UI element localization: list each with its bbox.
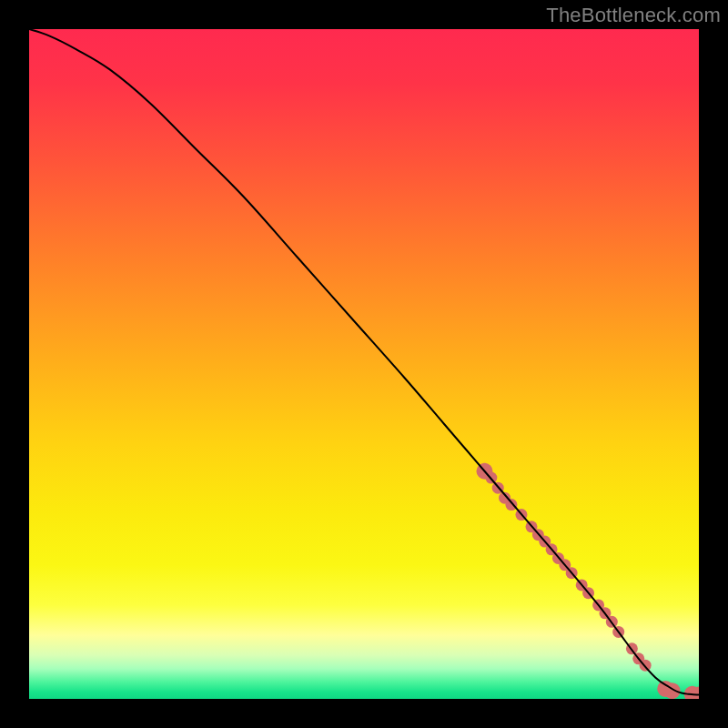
marker-dot — [505, 499, 517, 511]
gradient-background — [29, 29, 699, 699]
attribution-label: TheBottleneck.com — [546, 4, 721, 27]
chart-frame: TheBottleneck.com — [0, 0, 728, 728]
plot-svg — [29, 29, 699, 699]
plot-area — [29, 29, 699, 699]
